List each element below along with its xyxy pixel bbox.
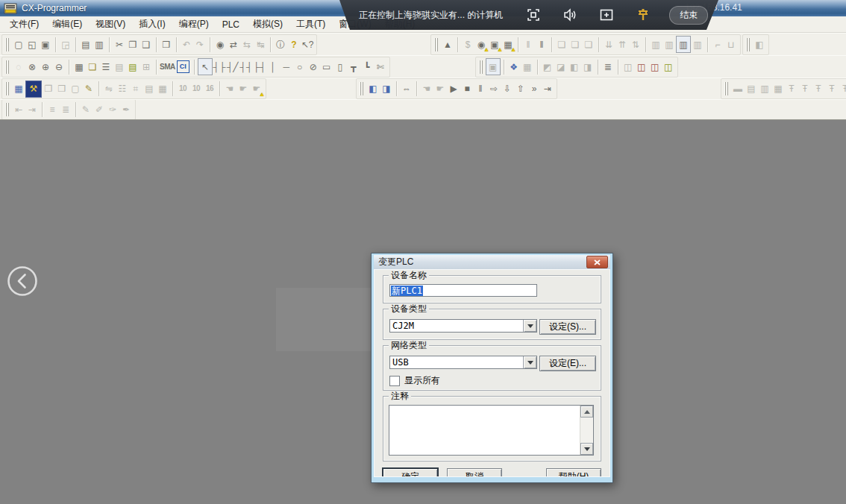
device-type-combo[interactable]: CJ2M [389,319,537,333]
change-all-button[interactable]: ↹ [254,37,267,52]
fixed-grid-button[interactable]: ▦ [521,59,534,75]
open-file-button[interactable]: ◱ [25,37,39,52]
back-nav-button[interactable] [6,264,39,298]
rung-comment-list-button[interactable]: ≡ [46,102,59,118]
network-type-dropdown-button[interactable] [523,356,536,368]
paste-button[interactable]: ❑ [140,37,153,52]
sim-pause-button[interactable]: ‖ [474,81,487,97]
add-watch-cell-button[interactable]: ◩ [541,59,554,75]
pv-display-3-button[interactable]: ▥ [758,81,771,97]
redo-button[interactable]: ↷ [193,37,207,52]
toolbar-grip-handle[interactable] [360,82,363,95]
replace-in-project-button[interactable]: ⇆ [240,37,254,52]
pause-button[interactable]: ‖ [535,37,548,52]
save-button[interactable]: ▣ [39,37,52,52]
online-cost-button[interactable]: $ [461,37,474,52]
program-transfer-button[interactable]: ❏ [568,37,582,52]
window-arrange-button[interactable]: ❒ [55,81,69,97]
scroll-down-button[interactable] [580,443,593,455]
undo-button[interactable]: ↶ [180,37,193,52]
sim-step-in-button[interactable]: ⇩ [501,81,514,97]
differential-monitor-1-button[interactable]: Ŧ [785,81,798,97]
work-online-simulator-button[interactable]: ☛ [433,81,447,97]
hex-display-button[interactable]: 16 [203,81,216,97]
menu-item-1[interactable]: 文件(F) [3,16,46,33]
compare-with-plc-button[interactable]: ⇔ [400,81,413,97]
debug-mode-button[interactable]: ▥ [691,37,704,52]
ladder-page-button[interactable]: ❏ [86,59,99,75]
compile-program-button[interactable]: ▲ [441,37,454,52]
context-help-button[interactable]: ↖? [301,37,314,52]
program-mode-button[interactable]: ▥ [676,36,691,53]
instruction-box-button[interactable]: ▭ [320,59,333,75]
device-name-input[interactable]: 新PLC1 [389,284,537,297]
program-check-button[interactable]: ❏ [555,37,568,52]
closed-coil-button[interactable]: ⊘ [307,59,320,75]
insert-watch-row-button[interactable]: ◨ [581,59,595,75]
network-type-settings-button[interactable]: 设定(E)... [539,356,596,371]
menu-item-4[interactable]: 插入(I) [132,16,172,33]
zoom-region-button[interactable]: ⊗ [25,59,39,75]
print-button[interactable]: ▤ [79,37,93,52]
zoom-out-button[interactable]: ⊖ [52,59,66,75]
marker-pen-3-button[interactable]: ✑ [106,102,119,118]
comment-scrollbar[interactable] [580,406,593,455]
window-confirm-button[interactable]: ◫ [662,59,675,75]
pause-offline-button[interactable]: ‖ [521,37,535,52]
closed-contact-button[interactable]: ┤╱ [226,59,239,75]
time-chart-button[interactable]: ⊔ [724,37,738,52]
help-button[interactable]: 帮助(H) [546,468,601,477]
symbol-table-button[interactable]: ▤ [126,59,140,75]
sim-run-button[interactable]: ▶ [447,81,460,97]
indent-rung-button[interactable]: ⇥ [25,102,39,118]
menu-item-3[interactable]: 视图(V) [89,16,132,33]
differential-monitor-4-button[interactable]: Ŧ [825,81,839,97]
menu-item-6[interactable]: PLC [216,17,246,32]
find-report-button[interactable]: ◉▲ [474,37,488,52]
io-comment-list-button[interactable]: ≣ [59,102,72,118]
new-file-button[interactable]: ▢ [12,37,25,52]
tile-windows-button[interactable]: ▦ [12,81,25,97]
run-mode-button[interactable]: ▥ [649,37,662,52]
grid-toggle-button[interactable]: ▦ [72,59,86,75]
signed-decimal-display-button[interactable]: 10 [189,81,203,97]
toolbar-grip-handle[interactable] [5,82,9,95]
network-upload-button[interactable]: ⇈ [615,37,629,52]
edge-clipped-button[interactable]: ◧ [753,37,766,52]
speaker-icon[interactable] [562,7,578,23]
pin-icon[interactable] [635,7,651,23]
sim-stop-button[interactable]: ■ [460,81,474,97]
differential-monitor-5-button[interactable]: Ŧ [839,81,846,97]
select-tool-button[interactable]: ↖ [198,58,213,75]
sim-step-out-button[interactable]: ⇧ [514,81,527,97]
toolbar-grip-handle[interactable] [5,103,9,116]
menu-item-7[interactable]: 模拟(S) [246,16,289,33]
ci-view-button[interactable]: CI [177,60,189,73]
network-type-combo[interactable]: USB [389,356,537,369]
device-type-dropdown-button[interactable] [523,320,536,332]
dialog-close-button[interactable] [586,256,608,268]
network-download-button[interactable]: ⇊ [602,37,615,52]
transfer-warning-button[interactable]: ▣▲ [488,37,501,52]
replace-button[interactable]: ⇄ [227,37,240,52]
open-coil-button[interactable]: ○ [293,59,307,75]
delete-branch-button[interactable]: ✄ [374,59,387,75]
comment-textarea[interactable] [389,405,594,456]
program-compare-button[interactable]: ❏ [582,37,595,52]
mnemonic-view-button[interactable]: ▤ [113,59,126,75]
layer-view-button[interactable]: ❖ [507,59,521,75]
window-cascade-button[interactable]: ❐ [42,81,55,97]
horizontal-line-button[interactable]: ─ [280,59,293,75]
monitor-window-button[interactable]: ▣ [486,58,501,75]
window-close-x-button[interactable]: ◫ [635,59,648,75]
window-new-button[interactable]: ▢ [69,81,82,97]
rung-list-button[interactable]: ☰ [99,59,113,75]
force-off-button[interactable]: ☛ [236,81,250,97]
transfer-from-plc-button[interactable]: ◨ [380,81,393,97]
zoom-in-button[interactable]: ⊕ [39,59,52,75]
compile-check-button[interactable]: ◲ [59,37,72,52]
find-button[interactable]: ◉ [213,37,227,52]
toolbar-grip-handle[interactable] [746,38,750,51]
network-compare-button[interactable]: ⇅ [629,37,642,52]
vertical-line-button[interactable]: │ [266,59,280,75]
